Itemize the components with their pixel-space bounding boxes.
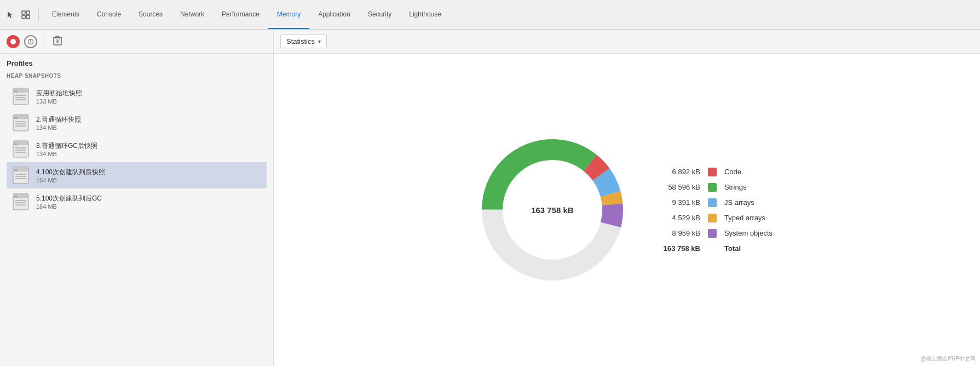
svg-text:%: %: [14, 142, 18, 146]
tab-console[interactable]: Console: [88, 0, 130, 29]
tab-performance[interactable]: Performance: [213, 0, 268, 29]
profile-info-3: 4.100次创建队列后快照164 MB: [36, 168, 105, 184]
profile-name-3: 4.100次创建队列后快照: [36, 168, 105, 177]
tab-sources[interactable]: Sources: [130, 0, 171, 29]
cursor-icon[interactable]: [4, 9, 16, 21]
legend-item-system_objects: 8 959 kBSystem objects: [656, 229, 773, 238]
heap-snapshots-label: HEAP SNAPSHOTS: [7, 73, 267, 79]
legend-color-typed_arrays: [708, 214, 717, 222]
donut-chart: 163 758 kB: [481, 139, 624, 281]
profile-item-1[interactable]: % 2.普通循环快照134 MB: [7, 110, 267, 136]
tab-security[interactable]: Security: [359, 0, 400, 29]
chart-area: 163 758 kB 6 892 kBCode58 596 kBStrings9…: [274, 54, 980, 366]
legend-item-code: 6 892 kBCode: [656, 168, 773, 176]
svg-text:%: %: [14, 90, 18, 93]
record-button[interactable]: [7, 35, 20, 48]
legend-value-strings: 58 596 kB: [656, 183, 700, 191]
legend-color-system_objects: [708, 229, 717, 238]
profile-item-0[interactable]: % 应用初始堆快照133 MB: [7, 83, 267, 110]
stats-toolbar: Statistics ▾: [274, 30, 980, 54]
legend-value-total: 163 758 kB: [656, 244, 700, 253]
profile-icon-2: %: [11, 139, 31, 159]
tab-list: ElementsConsoleSourcesNetworkPerformance…: [43, 0, 450, 29]
svg-text:%: %: [14, 195, 18, 198]
chart-container: 163 758 kB 6 892 kBCode58 596 kBStrings9…: [481, 139, 773, 281]
profile-item-3[interactable]: % 4.100次创建队列后快照164 MB: [7, 162, 267, 188]
profile-item-4[interactable]: % 5.100次创建队列后GC164 MB: [7, 188, 267, 215]
right-panel: Statistics ▾: [274, 30, 980, 366]
profile-info-2: 3.普通循环GC后快照134 MB: [36, 141, 97, 157]
legend-item-total: 163 758 kBTotal: [656, 244, 773, 253]
legend-name-typed_arrays: Typed arrays: [724, 214, 765, 222]
profile-name-1: 2.普通循环快照: [36, 115, 81, 124]
profile-size-3: 164 MB: [36, 177, 105, 184]
tab-application[interactable]: Application: [309, 0, 359, 29]
legend-color-strings: [708, 183, 717, 192]
legend-name-total: Total: [724, 244, 741, 253]
legend: 6 892 kBCode58 596 kBStrings9 391 kBJS a…: [656, 168, 773, 253]
svg-rect-3: [26, 15, 30, 19]
tab-network[interactable]: Network: [171, 0, 213, 29]
dropdown-arrow-icon: ▾: [318, 38, 321, 44]
legend-name-code: Code: [724, 168, 741, 176]
tab-lighthouse[interactable]: Lighthouse: [400, 0, 450, 29]
profile-icon-0: %: [11, 87, 31, 106]
profile-item-2[interactable]: % 3.普通循环GC后快照134 MB: [7, 136, 267, 162]
svg-point-6: [30, 41, 31, 42]
profile-size-1: 134 MB: [36, 124, 81, 131]
tab-memory[interactable]: Memory: [268, 0, 309, 29]
legend-value-system_objects: 8 959 kB: [656, 229, 700, 237]
profile-icon-3: %: [11, 165, 31, 185]
profile-icon-4: %: [11, 192, 31, 211]
stop-button[interactable]: [24, 35, 37, 48]
profile-name-4: 5.100次创建队列后GC: [36, 194, 102, 203]
legend-name-strings: Strings: [724, 183, 746, 191]
legend-color-code: [708, 168, 717, 176]
profile-size-2: 134 MB: [36, 151, 97, 157]
profile-info-0: 应用初始堆快照133 MB: [36, 89, 82, 105]
statistics-dropdown[interactable]: Statistics ▾: [280, 35, 327, 48]
legend-value-code: 6 892 kB: [656, 168, 700, 176]
statistics-label: Statistics: [286, 37, 315, 45]
profile-name-0: 应用初始堆快照: [36, 89, 82, 98]
svg-rect-2: [22, 15, 25, 19]
legend-name-js_arrays: JS arrays: [724, 198, 754, 207]
profile-list: % 应用初始堆快照133 MB % 2.普通循环快照134 MB % 3.普通循…: [7, 83, 267, 215]
devtools-icons: [4, 9, 39, 21]
profile-info-1: 2.普通循环快照134 MB: [36, 115, 81, 131]
legend-item-typed_arrays: 4 529 kBTyped arrays: [656, 214, 773, 222]
profile-info-4: 5.100次创建队列后GC164 MB: [36, 194, 102, 210]
legend-value-typed_arrays: 4 529 kB: [656, 214, 700, 222]
profile-name-2: 3.普通循环GC后快照: [36, 141, 97, 151]
legend-value-js_arrays: 9 391 kB: [656, 198, 700, 207]
sidebar: Profiles HEAP SNAPSHOTS % 应用初始堆快照133 MB …: [0, 30, 274, 366]
svg-rect-0: [22, 11, 25, 14]
trash-button[interactable]: [51, 35, 64, 48]
profiles-section: Profiles HEAP SNAPSHOTS % 应用初始堆快照133 MB …: [0, 54, 273, 366]
svg-text:%: %: [14, 116, 18, 119]
legend-item-strings: 58 596 kBStrings: [656, 183, 773, 192]
profile-size-0: 133 MB: [36, 98, 82, 105]
legend-color-js_arrays: [708, 198, 717, 207]
tab-bar: ElementsConsoleSourcesNetworkPerformance…: [0, 0, 980, 30]
svg-rect-9: [56, 36, 59, 38]
profiles-title: Profiles: [7, 59, 267, 67]
sidebar-toolbar: [0, 30, 273, 54]
legend-item-js_arrays: 9 391 kBJS arrays: [656, 198, 773, 207]
svg-rect-1: [26, 11, 30, 14]
profile-icon-1: %: [11, 113, 31, 133]
inspect-icon[interactable]: [20, 9, 32, 21]
legend-name-system_objects: System objects: [724, 229, 773, 237]
tab-elements[interactable]: Elements: [43, 0, 88, 29]
main-layout: Profiles HEAP SNAPSHOTS % 应用初始堆快照133 MB …: [0, 30, 980, 366]
donut-center-label: 163 758 kB: [531, 205, 574, 215]
toolbar-divider: [44, 36, 44, 47]
profile-size-4: 164 MB: [36, 203, 102, 210]
svg-text:%: %: [14, 169, 18, 172]
